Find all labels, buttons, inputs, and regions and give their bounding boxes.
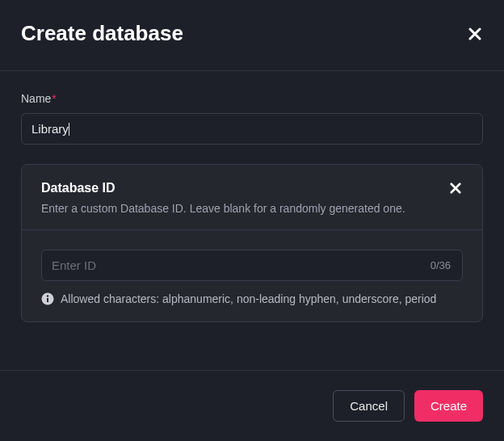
hint-row: Allowed characters: alphanumeric, non-le… bbox=[41, 292, 463, 305]
text-cursor bbox=[69, 123, 69, 136]
name-input[interactable]: Library bbox=[21, 113, 483, 145]
hint-text: Allowed characters: alphanumeric, non-le… bbox=[61, 292, 436, 305]
modal-title: Create database bbox=[21, 21, 183, 46]
database-id-subtitle: Enter a custom Database ID. Leave blank … bbox=[41, 202, 463, 215]
svg-point-1 bbox=[47, 295, 48, 296]
close-icon[interactable] bbox=[448, 181, 463, 195]
database-id-input-wrapper: 0/36 bbox=[41, 250, 463, 281]
char-counter: 0/36 bbox=[430, 259, 462, 271]
info-icon bbox=[41, 292, 54, 305]
database-id-header: Database ID Enter a custom Database ID. … bbox=[22, 165, 482, 230]
database-id-title: Database ID bbox=[41, 181, 463, 195]
create-button[interactable]: Create bbox=[414, 390, 483, 422]
create-database-modal: Create database Name* Library Database I… bbox=[0, 0, 504, 441]
name-label-text: Name bbox=[21, 92, 51, 105]
required-indicator: * bbox=[52, 92, 56, 105]
modal-header: Create database bbox=[0, 0, 504, 71]
database-id-body: 0/36 Allowed characters: alphanumeric, n… bbox=[22, 230, 482, 321]
close-icon[interactable] bbox=[467, 26, 483, 42]
cancel-button[interactable]: Cancel bbox=[333, 390, 405, 422]
database-id-input[interactable] bbox=[42, 250, 430, 280]
modal-body: Name* Library Database ID Enter a custom… bbox=[0, 71, 504, 370]
name-input-value: Library bbox=[32, 122, 69, 136]
svg-rect-2 bbox=[47, 298, 48, 303]
database-id-card: Database ID Enter a custom Database ID. … bbox=[21, 164, 483, 322]
modal-footer: Cancel Create bbox=[0, 370, 504, 441]
name-label: Name* bbox=[21, 92, 483, 105]
